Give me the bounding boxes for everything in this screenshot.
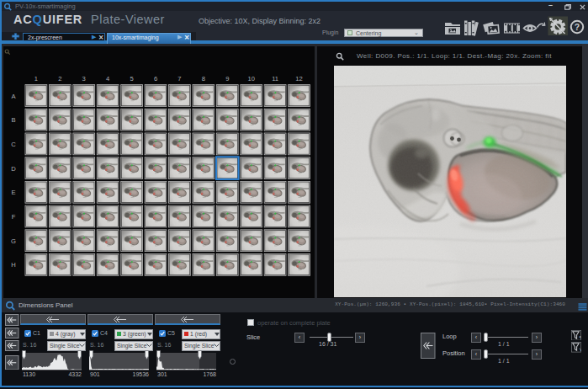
svg-text:12: 12 bbox=[295, 74, 302, 82]
svg-text:E: E bbox=[11, 189, 15, 196]
svg-text:F: F bbox=[12, 213, 16, 221]
svg-text:C: C bbox=[11, 140, 16, 147]
svg-text:B: B bbox=[11, 116, 15, 124]
svg-text:↘: ↘ bbox=[579, 347, 581, 352]
svg-text:2: 2 bbox=[58, 74, 61, 82]
svg-text:7: 7 bbox=[177, 74, 181, 82]
svg-text:?: ? bbox=[575, 22, 580, 32]
svg-text:5: 5 bbox=[130, 74, 133, 82]
svg-text:11: 11 bbox=[272, 74, 278, 82]
svg-text:D: D bbox=[11, 164, 16, 172]
svg-text:9: 9 bbox=[225, 74, 229, 82]
svg-text:10: 10 bbox=[247, 74, 254, 82]
svg-text:6: 6 bbox=[154, 74, 157, 82]
svg-text:3: 3 bbox=[82, 74, 86, 82]
svg-text:4: 4 bbox=[106, 74, 109, 82]
svg-text:H: H bbox=[11, 261, 15, 269]
svg-text:1: 1 bbox=[34, 74, 38, 82]
svg-text:G: G bbox=[11, 237, 16, 244]
svg-text:8: 8 bbox=[202, 74, 205, 82]
svg-text:A: A bbox=[11, 92, 16, 99]
svg-text:↖: ↖ bbox=[579, 335, 581, 340]
